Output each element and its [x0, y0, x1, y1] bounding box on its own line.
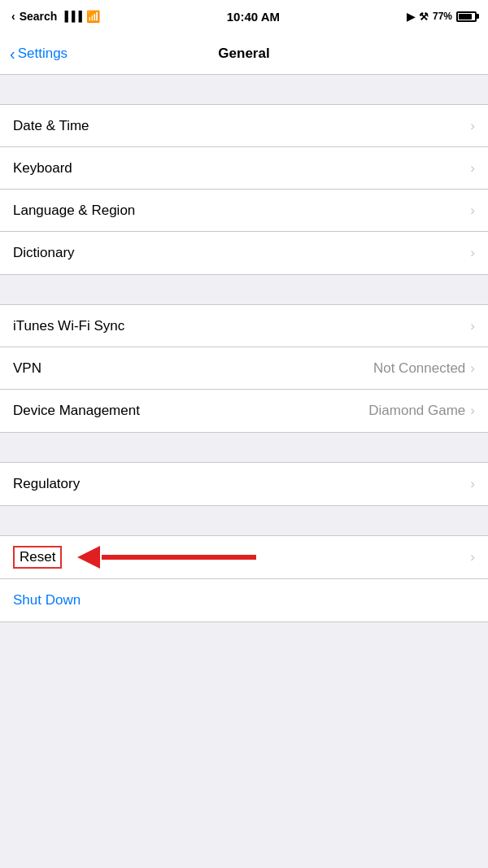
reset-item[interactable]: Reset › — [0, 536, 488, 578]
regulatory-right: › — [470, 476, 475, 492]
device-management-chevron-icon: › — [470, 403, 475, 419]
regulatory-label: Regulatory — [13, 476, 80, 492]
itunes-wifi-sync-item[interactable]: iTunes Wi-Fi Sync › — [0, 305, 488, 347]
device-management-item[interactable]: Device Management Diamond Game › — [0, 390, 488, 432]
keyboard-item[interactable]: Keyboard › — [0, 147, 488, 190]
reset-highlight-box: Reset — [13, 546, 62, 569]
dictionary-right: › — [470, 245, 475, 261]
settings-section-1: Date & Time › Keyboard › Language & Regi… — [0, 104, 488, 275]
battery-percent: 77% — [433, 11, 452, 22]
keyboard-label: Keyboard — [13, 160, 72, 177]
device-management-value: Diamond Game — [368, 403, 465, 419]
back-chevron-status: ‹ — [11, 10, 15, 23]
reset-right: › — [470, 549, 475, 565]
vpn-right: Not Connected › — [373, 360, 475, 377]
status-search-text: Search — [20, 10, 58, 23]
date-time-chevron-icon: › — [470, 118, 475, 134]
shutdown-section: Shut Down — [0, 579, 488, 622]
dictionary-label: Dictionary — [13, 245, 75, 261]
settings-section-3: Regulatory › — [0, 462, 488, 506]
status-right: ▶ ⚒ 77% — [407, 11, 477, 23]
date-time-item[interactable]: Date & Time › — [0, 105, 488, 147]
language-region-chevron-icon: › — [470, 203, 475, 219]
language-region-label: Language & Region — [13, 203, 135, 219]
settings-section-4: Reset › — [0, 535, 488, 579]
section-gap-4 — [0, 506, 488, 535]
section-gap-1 — [0, 75, 488, 104]
shutdown-item[interactable]: Shut Down — [0, 579, 488, 622]
language-region-right: › — [470, 203, 475, 219]
regulatory-item[interactable]: Regulatory › — [0, 463, 488, 505]
device-management-right: Diamond Game › — [368, 403, 475, 419]
status-bar: ‹ Search ▐▐▐ 📶 10:40 AM ▶ ⚒ 77% — [0, 0, 488, 33]
red-arrow-annotation — [77, 541, 256, 574]
itunes-wifi-sync-label: iTunes Wi-Fi Sync — [13, 318, 124, 334]
itunes-wifi-sync-right: › — [470, 318, 475, 334]
bottom-space — [0, 622, 488, 671]
shutdown-label: Shut Down — [13, 592, 81, 608]
language-region-item[interactable]: Language & Region › — [0, 190, 488, 232]
back-label: Settings — [18, 46, 68, 62]
reset-label: Reset — [13, 546, 62, 569]
back-chevron-icon: ‹ — [10, 46, 15, 62]
reset-chevron-icon: › — [470, 549, 475, 565]
vpn-value: Not Connected — [373, 360, 465, 377]
status-left: ‹ Search ▐▐▐ 📶 — [11, 10, 100, 23]
location-icon: ▶ — [407, 11, 415, 23]
wifi-icon: 📶 — [86, 10, 100, 23]
regulatory-chevron-icon: › — [470, 476, 475, 492]
keyboard-chevron-icon: › — [470, 160, 475, 177]
section-gap-3 — [0, 433, 488, 462]
vpn-label: VPN — [13, 360, 41, 377]
settings-section-2: iTunes Wi-Fi Sync › VPN Not Connected › … — [0, 304, 488, 433]
page-title: General — [218, 46, 269, 62]
section-gap-2 — [0, 275, 488, 304]
battery-icon — [456, 11, 477, 22]
nav-bar: ‹ Settings General — [0, 33, 488, 75]
alarm-icon: ⚒ — [419, 11, 429, 23]
signal-bars-icon: ▐▐▐ — [61, 11, 82, 22]
back-button[interactable]: ‹ Settings — [10, 46, 68, 62]
vpn-chevron-icon: › — [470, 360, 475, 377]
dictionary-item[interactable]: Dictionary › — [0, 232, 488, 274]
device-management-label: Device Management — [13, 403, 140, 419]
itunes-wifi-sync-chevron-icon: › — [470, 318, 475, 334]
date-time-label: Date & Time — [13, 118, 89, 134]
keyboard-right: › — [470, 160, 475, 177]
status-time: 10:40 AM — [227, 10, 280, 24]
dictionary-chevron-icon: › — [470, 245, 475, 261]
date-time-right: › — [470, 118, 475, 134]
red-arrow-svg — [77, 541, 256, 574]
svg-marker-1 — [77, 546, 100, 569]
vpn-item[interactable]: VPN Not Connected › — [0, 347, 488, 390]
